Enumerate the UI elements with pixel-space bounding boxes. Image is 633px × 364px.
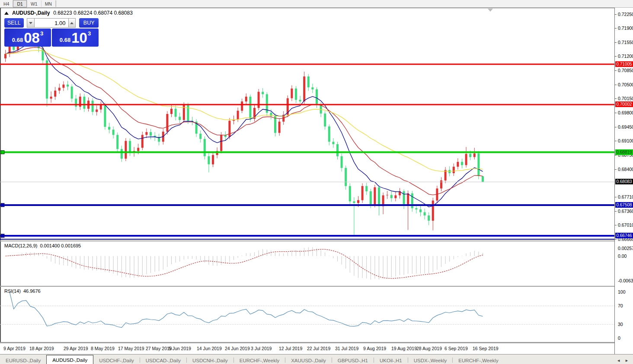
- price-axis-tick-label: 0: [618, 336, 620, 341]
- volume-decrease-button[interactable]: [27, 18, 35, 28]
- date-axis-label: 12 Jul 2019: [279, 346, 302, 351]
- sell-button[interactable]: SELL: [4, 18, 24, 28]
- collapse-chart-icon[interactable]: [4, 12, 9, 15]
- date-axis-label: 6 Sep 2019: [444, 346, 468, 351]
- price-axis[interactable]: 0.722500.719000.715500.712000.708500.705…: [614, 8, 633, 354]
- rsi-canvas: [0, 287, 614, 342]
- tab-scroll-right-icon[interactable]: ►: [625, 358, 629, 363]
- axis-tick: [615, 14, 617, 15]
- axis-tick: [615, 141, 617, 141]
- price-level-label: 0.68819: [615, 149, 633, 155]
- timeframe-button-d1[interactable]: D1: [13, 0, 26, 7]
- timeframe-toolbar: H4D1W1MN: [0, 0, 633, 8]
- chart-shift-icon[interactable]: [488, 9, 493, 12]
- timeframe-button-h4[interactable]: H4: [0, 0, 13, 7]
- rsi-panel[interactable]: RSI(14)46.9676: [0, 287, 614, 342]
- axis-tick: [615, 169, 617, 170]
- symbol-tab-bar: EURUSD-,DailyAUDUSD-,DailyUSDCHF-,DailyU…: [0, 354, 633, 364]
- axis-tick: [615, 70, 617, 71]
- price-axis-tick-label: 0.70150: [618, 96, 633, 101]
- sell-price-prefix: 0.68: [12, 37, 23, 43]
- date-axis-label: 24 Jun 2019: [225, 346, 250, 351]
- sell-price-pip: 3: [40, 30, 43, 37]
- price-axis-tick-label: 0.70850: [618, 68, 633, 73]
- date-axis[interactable]: 9 Apr 201918 Apr 201929 Apr 20198 May 20…: [0, 343, 614, 355]
- axis-tick: [615, 28, 617, 28]
- chart-tab-audusd-daily[interactable]: AUDUSD-,Daily: [46, 355, 93, 364]
- buy-price-prefix: 0.68: [60, 37, 70, 43]
- chart-tab-usdchf-daily[interactable]: USDCHF-,Daily: [93, 356, 140, 364]
- date-axis-label: 14 Jun 2019: [197, 346, 222, 351]
- price-level-label: 0.68083: [615, 179, 633, 184]
- axis-tick: [615, 127, 617, 127]
- date-axis-label: 28 Aug 2019: [416, 346, 442, 351]
- chart-tab-eurchf-weekly[interactable]: EURCHF-,Weekly: [234, 356, 285, 364]
- date-axis-label: 27 May 2019: [146, 346, 172, 351]
- axis-tick: [615, 211, 617, 212]
- price-axis-tick-label: 0.72250: [618, 12, 633, 17]
- chevron-up-icon: [70, 22, 74, 24]
- price-axis-tick-label: 0.71200: [618, 54, 633, 59]
- macd-panel[interactable]: MACD(12,26,9)0.001400 0.001695: [0, 241, 614, 286]
- date-axis-label: 3 Jul 2019: [251, 346, 272, 351]
- price-axis-tick-label: 0.70500: [618, 82, 633, 87]
- buy-price-pip: 3: [88, 30, 91, 37]
- date-axis-label: 5 Jun 2019: [169, 346, 191, 351]
- price-axis-tick-label: 70: [618, 303, 623, 308]
- date-axis-label: 29 Apr 2019: [64, 346, 88, 351]
- date-axis-label: 31 Jul 2019: [335, 346, 358, 351]
- macd-label: MACD(12,26,9)0.001400 0.001695: [4, 243, 81, 248]
- timeframe-button-w1[interactable]: W1: [27, 0, 41, 7]
- chart-tab-ukoil-h1[interactable]: UKOil-,H1: [374, 356, 408, 364]
- date-axis-label: 9 Apr 2019: [3, 346, 26, 351]
- price-level-label: 0.66746: [615, 233, 633, 238]
- price-axis-tick-label: 0.69800: [618, 110, 633, 115]
- date-axis-label: 18 Apr 2019: [29, 346, 54, 351]
- price-axis-tick-label: 0.67360: [618, 209, 633, 214]
- date-axis-label: 19 Aug 2019: [391, 346, 417, 351]
- price-level-label: 0.67508: [615, 202, 633, 208]
- chart-title: AUDUSD-,Daily 0.68223 0.68224 0.68074 0.…: [4, 10, 133, 16]
- chart-tab-usdx-weekly[interactable]: USDX-,Weekly: [408, 356, 452, 364]
- chart-symbol-label: AUDUSD-,Daily: [12, 10, 50, 16]
- date-axis-label: 22 Jul 2019: [307, 346, 330, 351]
- axis-tick: [615, 42, 617, 43]
- macd-canvas: [0, 241, 614, 286]
- price-level-label: 0.70002: [615, 101, 633, 107]
- axis-tick: [615, 98, 617, 99]
- volume-input[interactable]: [35, 18, 68, 28]
- volume-increase-button[interactable]: [68, 18, 76, 28]
- price-axis-tick-label: 0.71550: [618, 40, 633, 45]
- rsi-label: RSI(14)46.9676: [4, 288, 41, 294]
- axis-tick: [615, 225, 617, 225]
- price-axis-tick-label: 0.71900: [618, 25, 633, 31]
- price-axis-tick-label: 0.67010: [618, 222, 633, 228]
- sell-price-button[interactable]: 0.68 08 3: [4, 28, 51, 47]
- price-axis-tick-label: 0.69450: [618, 124, 633, 130]
- mt4-terminal: H4D1W1MN AUDUSD-,Daily 0.68223 0.68224 0…: [0, 0, 633, 364]
- price-axis-tick-label: 100: [618, 289, 626, 294]
- chart-tab-gbpusd-h1[interactable]: GBPUSD-,H1: [332, 356, 374, 364]
- chart-tab-usdcnh-daily[interactable]: USDCNH-,Daily: [187, 356, 233, 364]
- toolbar-separator: [56, 0, 56, 7]
- chart-tab-eurusd-daily[interactable]: EURUSD-,Daily: [0, 356, 46, 364]
- axis-tick: [615, 85, 617, 85]
- tab-scroll-left-icon[interactable]: ◄: [617, 358, 620, 363]
- one-click-trade-panel: SELL BUY 0.68 08 3 0.68 10 3: [4, 18, 99, 47]
- tab-scroll-controls: ◄►: [617, 358, 633, 364]
- date-axis-label: 16 Sep 2019: [473, 346, 499, 351]
- chart-tab-eurchf-weekly[interactable]: EURCHF-,Weekly: [453, 356, 504, 364]
- buy-button[interactable]: BUY: [79, 18, 99, 28]
- chart-tab-xauusd-daily[interactable]: XAUUSD-,Daily: [285, 356, 332, 364]
- axis-tick: [615, 113, 617, 113]
- buy-price-button[interactable]: 0.68 10 3: [52, 28, 99, 47]
- chevron-down-icon: [29, 22, 32, 24]
- buy-price-big: 10: [71, 31, 87, 45]
- timeframe-button-mn[interactable]: MN: [42, 0, 55, 7]
- rsi-svg: [0, 287, 614, 342]
- date-axis-label: 17 May 2019: [118, 346, 144, 351]
- date-axis-label: 8 May 2019: [91, 346, 115, 351]
- price-level-label: 0.71005: [615, 61, 633, 67]
- chart-tab-usdcad-daily[interactable]: USDCAD-,Daily: [140, 356, 186, 364]
- axis-tick: [615, 155, 617, 155]
